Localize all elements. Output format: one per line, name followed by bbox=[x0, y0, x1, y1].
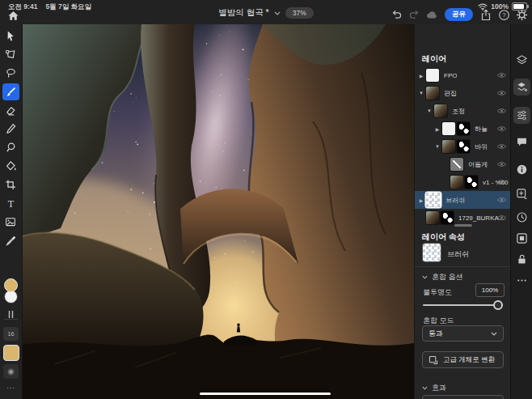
cloud-sync-icon[interactable] bbox=[424, 7, 439, 22]
layer-properties-rail-button[interactable] bbox=[513, 79, 530, 96]
tool-crop[interactable] bbox=[2, 176, 19, 193]
adjustments-rail-button[interactable] bbox=[513, 107, 530, 124]
tool-eyedropper[interactable] bbox=[2, 232, 19, 249]
layer-thumbnail-photo[interactable] bbox=[442, 140, 455, 153]
tool-eraser[interactable] bbox=[2, 102, 19, 119]
layer-visibility-eye-icon[interactable] bbox=[496, 160, 507, 168]
layer-visibility-eye-icon[interactable] bbox=[496, 178, 507, 186]
tool-brush[interactable] bbox=[2, 83, 19, 100]
disclosure-expanded-icon[interactable]: ▼ bbox=[418, 91, 424, 96]
brush-hardness-chip[interactable] bbox=[3, 364, 19, 379]
redo-button[interactable] bbox=[407, 7, 421, 22]
tool-healing[interactable] bbox=[2, 121, 19, 138]
layer-visibility-eye-icon[interactable] bbox=[496, 125, 507, 133]
blend-mode-dropdown[interactable]: 통과 bbox=[422, 325, 504, 342]
smart-object-icon bbox=[429, 355, 438, 365]
layer-thumbnail-photo[interactable] bbox=[426, 211, 439, 224]
layer-thumbnail-mask[interactable] bbox=[441, 211, 454, 224]
layer-thumbnail-mask[interactable] bbox=[457, 140, 470, 153]
tool-clone[interactable] bbox=[2, 139, 19, 156]
foreground-color-chip[interactable] bbox=[4, 278, 18, 292]
layer-row[interactable]: ▼바위 bbox=[415, 138, 511, 155]
tool-lasso[interactable] bbox=[2, 65, 19, 82]
home-indicator[interactable] bbox=[200, 393, 331, 395]
layer-visibility-eye-icon[interactable] bbox=[496, 107, 507, 115]
info-rail-button[interactable] bbox=[513, 161, 530, 178]
opacity-slider[interactable] bbox=[423, 299, 503, 311]
layer-visibility-eye-icon[interactable] bbox=[496, 196, 507, 204]
canvas-image[interactable] bbox=[22, 24, 414, 399]
help-button[interactable]: ? bbox=[496, 7, 511, 22]
add-placed-rail-button[interactable] bbox=[513, 185, 530, 202]
tool-strip: T 16 ... bbox=[0, 24, 23, 399]
clone-icon bbox=[5, 142, 17, 154]
color-chips[interactable] bbox=[3, 278, 19, 306]
layer-visibility-eye-icon[interactable] bbox=[496, 89, 507, 97]
layer-thumbnail-white[interactable] bbox=[426, 69, 439, 82]
tool-move[interactable] bbox=[2, 28, 19, 45]
layer-visibility-eye-icon[interactable] bbox=[496, 142, 507, 151]
brush-size-chip[interactable]: 16 bbox=[3, 327, 19, 341]
chevron-down-icon bbox=[274, 11, 281, 15]
settings-gear-button[interactable] bbox=[514, 7, 529, 22]
layer-thumbnail-checker[interactable] bbox=[426, 193, 441, 207]
layer-visibility-eye-icon[interactable] bbox=[496, 214, 507, 222]
layer-thumbnail-photo[interactable] bbox=[434, 104, 447, 117]
layer-thumbnail-photo[interactable] bbox=[450, 176, 463, 189]
chevron-down-icon bbox=[422, 275, 428, 279]
zoom-level-badge[interactable]: 37% bbox=[285, 7, 314, 19]
disclosure-expanded-icon[interactable]: ▼ bbox=[426, 108, 433, 113]
opacity-value-box[interactable]: 100% bbox=[475, 283, 505, 297]
opacity-slider-knob[interactable] bbox=[493, 300, 503, 310]
active-layer-name: 브러쉬 bbox=[447, 249, 469, 260]
chevron-down-icon bbox=[491, 332, 497, 336]
layer-thumbnail-white[interactable] bbox=[442, 122, 455, 135]
eyedropper-icon bbox=[5, 235, 17, 247]
convert-smart-object-button[interactable]: 고급 개체로 변환 bbox=[422, 351, 504, 368]
panel-drag-handle[interactable] bbox=[454, 224, 472, 227]
history-icon bbox=[516, 211, 528, 223]
mask-rail-button[interactable] bbox=[513, 230, 530, 247]
layer-row[interactable]: ▼편집 bbox=[415, 84, 511, 102]
blend-options-header[interactable]: 혼합 옵션 bbox=[422, 272, 463, 282]
fill-icon bbox=[5, 160, 17, 172]
share-button[interactable]: 공유 bbox=[445, 8, 473, 21]
tool-place-image[interactable] bbox=[2, 214, 19, 231]
layer-thumbnail-photo[interactable] bbox=[426, 87, 439, 100]
history-rail-button[interactable] bbox=[513, 209, 530, 226]
layer-thumbnail-curves[interactable] bbox=[450, 158, 463, 171]
disclosure-collapsed-icon[interactable]: ▶ bbox=[418, 73, 424, 79]
mask-icon bbox=[516, 232, 528, 244]
brush-color-swatch[interactable] bbox=[3, 345, 19, 361]
tool-fill[interactable] bbox=[2, 158, 19, 175]
home-button[interactable] bbox=[6, 9, 20, 23]
disclosure-expanded-icon[interactable]: ▼ bbox=[434, 144, 441, 149]
effects-header[interactable]: 효과 bbox=[422, 383, 446, 393]
layer-row[interactable]: 어둡게 bbox=[415, 155, 511, 173]
layer-row[interactable]: ▶FPO bbox=[415, 66, 511, 84]
document-title-group[interactable]: 별밤의 협곡 * 37% bbox=[218, 7, 313, 19]
chevron-down-icon bbox=[422, 386, 428, 390]
layers-rail-button[interactable] bbox=[513, 52, 530, 69]
layer-row[interactable]: ▼조정 bbox=[415, 102, 511, 120]
tool-type[interactable]: T bbox=[2, 195, 19, 212]
export-icon[interactable] bbox=[479, 7, 493, 22]
layer-row[interactable]: ▶브러쉬 bbox=[415, 191, 511, 209]
lasso-icon bbox=[5, 67, 17, 79]
layer-thumbnail-mask[interactable] bbox=[465, 176, 478, 189]
layer-row[interactable]: ▶하늘 bbox=[415, 120, 511, 138]
more-rail-button[interactable] bbox=[513, 272, 530, 289]
comment-rail-button[interactable] bbox=[513, 134, 530, 151]
layer-visibility-eye-icon[interactable] bbox=[496, 71, 507, 79]
layer-name: 조정 bbox=[452, 107, 465, 116]
layer-row[interactable]: v1 - %60 bbox=[415, 173, 511, 191]
tool-more-button[interactable]: ... bbox=[0, 382, 22, 390]
add-layer-effect-button[interactable]: fx 레이어 효과 추가 bbox=[422, 395, 504, 399]
lock-rail-button[interactable] bbox=[513, 251, 530, 268]
undo-button[interactable] bbox=[389, 7, 403, 22]
layer-thumbnail-mask[interactable] bbox=[457, 122, 470, 135]
disclosure-collapsed-icon[interactable]: ▶ bbox=[434, 126, 441, 132]
disclosure-collapsed-icon[interactable]: ▶ bbox=[418, 197, 424, 203]
toolbar-toggle-icon[interactable] bbox=[2, 306, 19, 323]
tool-transform[interactable] bbox=[2, 46, 19, 63]
